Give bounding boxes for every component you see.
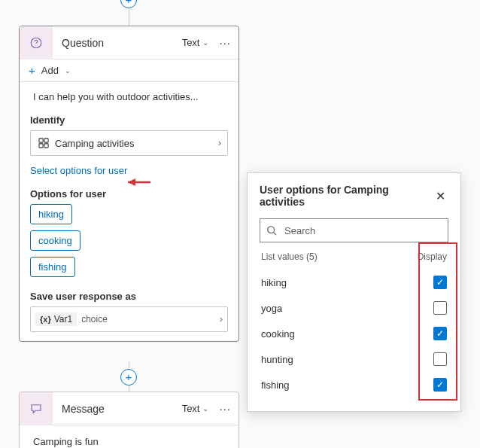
save-response-label: Save user response as — [30, 291, 228, 302]
variable-icon: {x} — [40, 315, 51, 324]
svg-point-1 — [36, 44, 37, 45]
message-card: Message Text ⌄ ··· Camping is fun — [19, 392, 239, 448]
more-menu-icon[interactable]: ··· — [216, 36, 238, 49]
list-value-name: cooking — [261, 328, 433, 340]
add-button[interactable]: + Add ⌄ — [20, 59, 238, 82]
user-options-panel: User options for Camping activities ✕ Li… — [247, 172, 461, 412]
variable-name: Var1 — [54, 314, 72, 325]
search-input[interactable] — [283, 224, 442, 237]
variable-chip: {x} Var1 — [35, 312, 77, 326]
variable-type: choice — [81, 314, 108, 325]
identify-label: Identify — [30, 114, 228, 126]
list-header: List values (5) Display — [260, 251, 448, 262]
select-options-link[interactable]: Select options for user — [30, 165, 127, 176]
entity-icon — [37, 138, 50, 148]
output-type-label[interactable]: Text — [182, 37, 200, 48]
panel-header: User options for Camping activities ✕ — [260, 184, 448, 208]
message-icon — [20, 392, 53, 425]
add-node-button-top[interactable]: + — [120, 0, 137, 8]
display-checkbox[interactable]: ✓ — [433, 327, 447, 340]
close-icon[interactable]: ✕ — [433, 187, 448, 205]
svg-point-8 — [268, 227, 275, 233]
display-checkbox[interactable]: ✓ — [433, 276, 447, 289]
list-row: yoga — [260, 295, 448, 321]
options-label: Options for user — [30, 188, 228, 200]
display-column-label: Display — [418, 251, 447, 262]
list-value-name: hiking — [261, 277, 433, 288]
list-row: hunting — [260, 346, 448, 372]
chevron-down-icon: ⌄ — [65, 67, 71, 75]
chevron-right-icon: › — [218, 138, 221, 148]
list-value-name: fishing — [261, 379, 433, 391]
search-input-wrapper[interactable] — [260, 218, 448, 242]
add-node-button-mid[interactable]: + — [120, 369, 137, 386]
message-text[interactable]: Camping is fun — [30, 436, 228, 447]
chevron-right-icon: › — [220, 314, 223, 325]
option-chip[interactable]: fishing — [30, 257, 75, 277]
svg-rect-2 — [39, 139, 43, 142]
question-icon — [20, 26, 53, 59]
display-checkbox[interactable] — [433, 352, 447, 366]
card-body: I can help you with outdoor activities..… — [20, 82, 238, 341]
more-menu-icon[interactable]: ··· — [216, 402, 238, 415]
card-title: Message — [53, 403, 182, 415]
identify-select[interactable]: Camping activities › — [30, 130, 228, 156]
list-value-name: yoga — [261, 303, 433, 314]
list-row: hiking✓ — [260, 270, 448, 295]
output-type-label[interactable]: Text — [182, 403, 200, 414]
panel-title: User options for Camping activities — [260, 184, 433, 208]
list-row: cooking✓ — [260, 321, 448, 346]
card-title: Question — [53, 37, 182, 49]
svg-line-9 — [274, 233, 277, 236]
display-checkbox[interactable] — [433, 301, 447, 315]
card-header: Question Text ⌄ ··· — [20, 26, 238, 59]
card-header: Message Text ⌄ ··· — [20, 392, 238, 425]
option-chip-container: hikingcookingfishing — [30, 204, 228, 283]
chevron-down-icon[interactable]: ⌄ — [202, 38, 208, 47]
chevron-down-icon[interactable]: ⌄ — [202, 404, 208, 413]
svg-rect-5 — [44, 144, 48, 148]
list-value-name: hunting — [261, 354, 433, 365]
plus-icon: + — [29, 64, 35, 77]
svg-rect-3 — [44, 139, 48, 142]
list-row: fishing✓ — [260, 372, 448, 398]
option-chip[interactable]: hiking — [30, 204, 72, 224]
identify-value: Camping activities — [55, 138, 135, 149]
question-card: Question Text ⌄ ··· + Add ⌄ I can help y… — [19, 26, 239, 342]
add-label: Add — [41, 65, 59, 76]
variable-select[interactable]: {x} Var1 choice › — [30, 306, 228, 332]
list-rows: hiking✓yogacooking✓huntingfishing✓ — [260, 270, 448, 398]
card-body: Camping is fun — [20, 425, 238, 448]
display-checkbox[interactable]: ✓ — [433, 378, 447, 392]
search-icon — [266, 225, 277, 236]
svg-rect-4 — [39, 144, 43, 148]
question-prompt-text[interactable]: I can help you with outdoor activities..… — [30, 91, 228, 102]
list-values-label: List values (5) — [261, 251, 418, 262]
option-chip[interactable]: cooking — [30, 230, 81, 251]
